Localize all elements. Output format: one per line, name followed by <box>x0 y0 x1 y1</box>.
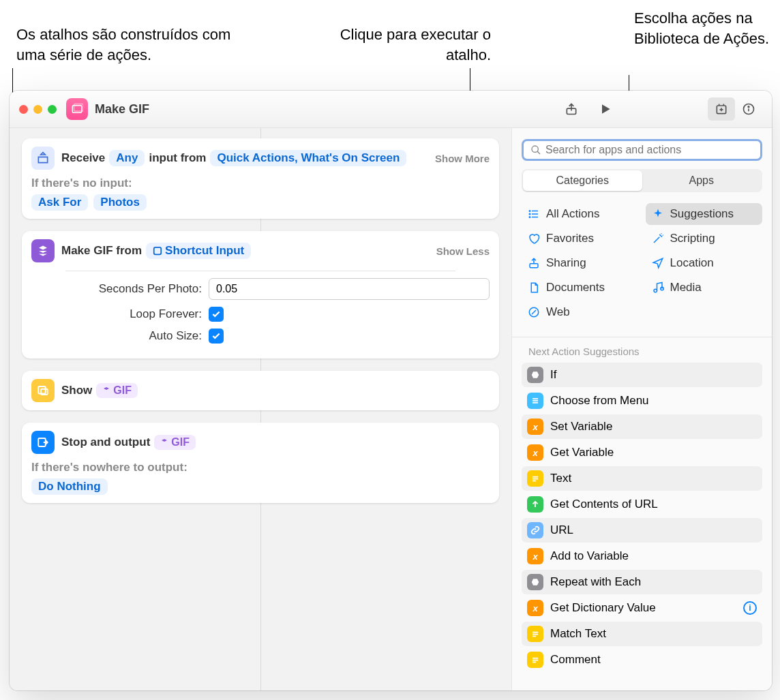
receive-middle: input from <box>149 151 206 165</box>
search-field[interactable] <box>522 139 762 161</box>
close-button[interactable] <box>19 105 28 114</box>
action-receive-input[interactable]: Receive Any input from Quick Actions, Wh… <box>22 138 499 219</box>
seg-categories[interactable]: Categories <box>523 170 642 191</box>
output-prefix: Stop and output <box>61 436 150 449</box>
action-library-sidebar: Categories Apps All ActionsSuggestionsFa… <box>511 128 772 690</box>
suggestion-get-contents-of-url[interactable]: Get Contents of URL <box>522 492 762 517</box>
suggestion-get-dictionary-value[interactable]: xGet Dictionary Valuei <box>522 596 762 620</box>
category-scripting[interactable]: Scripting <box>646 228 763 249</box>
do-nothing-chip[interactable]: Do Nothing <box>31 478 108 495</box>
category-all-actions[interactable]: All Actions <box>522 203 639 225</box>
suggestion-label: Get Contents of URL <box>550 498 658 511</box>
window-controls <box>19 105 57 114</box>
suggestion-label: Get Variable <box>550 446 614 459</box>
library-segmented-control[interactable]: Categories Apps <box>522 169 762 192</box>
category-label: Documents <box>546 281 605 294</box>
show-less-button[interactable]: Show Less <box>436 245 490 257</box>
safari-icon <box>527 305 541 319</box>
suggestion-icon: x <box>527 419 543 435</box>
suggestion-comment[interactable]: Comment <box>522 648 762 672</box>
suggestion-label: Set Variable <box>550 420 612 433</box>
share-button[interactable] <box>558 97 585 121</box>
input-icon <box>31 147 55 170</box>
doc-icon <box>527 281 541 294</box>
category-label: Web <box>546 305 570 319</box>
suggestions-list: IfChoose from MenuxSet VariablexGet Vari… <box>522 363 762 672</box>
run-button[interactable] <box>592 97 619 121</box>
category-web[interactable]: Web <box>522 301 639 323</box>
minimize-button[interactable] <box>33 105 42 114</box>
suggestion-icon <box>527 470 543 487</box>
no-input-label: If there's no input: <box>31 177 490 190</box>
auto-size-row: Auto Size: <box>31 329 490 344</box>
suggestion-add-to-variable[interactable]: xAdd to Variable <box>522 544 762 568</box>
suggestion-icon <box>527 522 543 538</box>
suggestion-icon <box>527 367 543 383</box>
gif-variable-chip[interactable]: GIF <box>96 383 138 398</box>
suggestion-url[interactable]: URL <box>522 518 762 543</box>
nav-icon <box>651 256 665 270</box>
show-more-button[interactable]: Show More <box>435 153 490 164</box>
loop-label: Loop Forever: <box>31 307 209 321</box>
loop-checkbox[interactable] <box>209 307 224 322</box>
action-library-button[interactable] <box>708 97 735 121</box>
category-documents[interactable]: Documents <box>522 277 639 299</box>
gif-variable-label: GIF <box>113 384 132 397</box>
suggestion-label: Text <box>550 472 571 485</box>
info-button[interactable] <box>735 97 762 121</box>
category-label: All Actions <box>546 207 599 221</box>
action-make-gif[interactable]: Make GIF from Shortcut Input Show Less S… <box>22 231 499 359</box>
auto-size-checkbox[interactable] <box>209 329 224 344</box>
share-icon <box>527 256 541 270</box>
shortcut-input-label: Shortcut Input <box>165 244 244 258</box>
suggestion-icon <box>527 574 543 590</box>
input-type-chip[interactable]: Any <box>109 150 145 166</box>
show-icon <box>31 379 55 402</box>
action-show-result[interactable]: Show GIF <box>22 371 499 410</box>
output-icon <box>31 431 55 454</box>
svg-point-19 <box>529 213 530 215</box>
seconds-input[interactable] <box>209 278 490 300</box>
receive-prefix: Receive <box>61 151 105 165</box>
suggestion-icon: x <box>527 600 543 616</box>
suggestion-choose-from-menu[interactable]: Choose from Menu <box>522 389 762 413</box>
category-suggestions[interactable]: Suggestions <box>646 203 763 225</box>
seconds-label: Seconds Per Photo: <box>31 282 209 296</box>
svg-rect-9 <box>154 247 162 255</box>
category-favorites[interactable]: Favorites <box>522 228 639 249</box>
suggestion-label: Comment <box>550 653 601 667</box>
seg-apps[interactable]: Apps <box>642 170 762 191</box>
suggestion-get-variable[interactable]: xGet Variable <box>522 440 762 465</box>
category-location[interactable]: Location <box>646 252 763 274</box>
suggestion-label: Get Dictionary Value <box>550 601 656 615</box>
no-input-chip-askfor[interactable]: Ask For <box>31 194 88 211</box>
category-media[interactable]: Media <box>646 277 763 299</box>
search-input[interactable] <box>545 144 753 156</box>
svg-point-13 <box>532 146 538 152</box>
suggestion-icon: x <box>527 548 543 564</box>
suggestion-label: URL <box>550 523 573 537</box>
suggestion-if[interactable]: If <box>522 363 762 387</box>
action-stop-output[interactable]: Stop and output GIF If there's nowhere t… <box>22 423 499 503</box>
suggestion-text[interactable]: Text <box>522 466 762 491</box>
category-label: Favorites <box>546 232 594 245</box>
no-input-chip-photos[interactable]: Photos <box>93 194 147 211</box>
category-label: Media <box>670 281 702 294</box>
zoom-button[interactable] <box>48 105 57 114</box>
search-icon <box>530 144 541 155</box>
info-icon[interactable]: i <box>743 601 757 615</box>
category-sharing[interactable]: Sharing <box>522 252 639 274</box>
show-prefix: Show <box>61 384 92 397</box>
gif-output-chip[interactable]: GIF <box>154 435 196 450</box>
input-source-chip[interactable]: Quick Actions, What's On Screen <box>210 150 406 166</box>
suggestion-set-variable[interactable]: xSet Variable <box>522 414 762 439</box>
gif-icon <box>31 239 55 262</box>
suggestion-repeat-with-each[interactable]: Repeat with Each <box>522 570 762 594</box>
shortcut-input-chip[interactable]: Shortcut Input <box>146 243 251 259</box>
suggestion-match-text[interactable]: Match Text <box>522 622 762 646</box>
actions-editor: Receive Any input from Quick Actions, Wh… <box>10 128 511 690</box>
seconds-per-photo-row: Seconds Per Photo: <box>31 278 490 300</box>
shortcut-icon <box>66 98 88 120</box>
svg-line-14 <box>537 151 540 154</box>
suggestion-icon <box>527 652 543 668</box>
